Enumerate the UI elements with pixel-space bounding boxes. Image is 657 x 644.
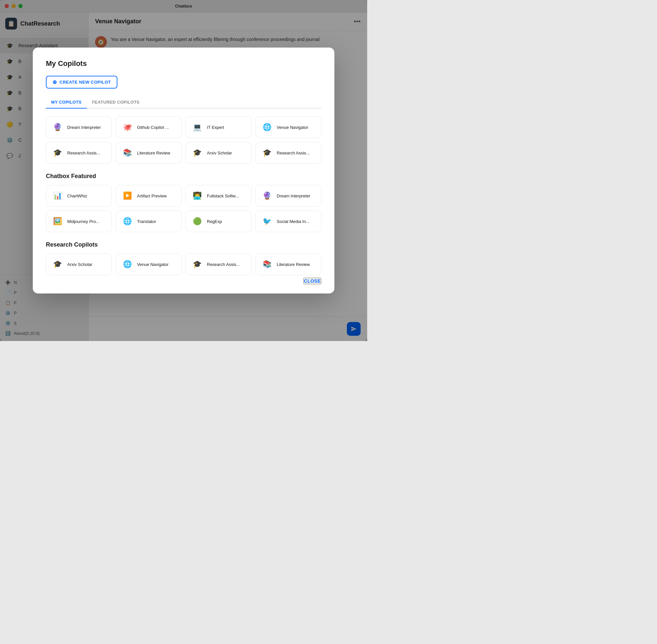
tabs: MY COPILOTS FEATURED COPILOTS (46, 96, 321, 109)
copilot-card-midjourney-pro[interactable]: 🖼️Midjourney Pro... (46, 210, 112, 232)
copilot-icon-translator: 🌐 (121, 215, 133, 227)
copilot-card-venue-navigator[interactable]: 🌐Venue Navigator (255, 116, 321, 138)
research-section-title: Research Copilots (46, 242, 321, 248)
copilot-icon-fullstack-softw: 👨‍💻 (191, 190, 203, 202)
copilot-card-literature-review-2[interactable]: 📚Literature Review (255, 253, 321, 275)
copilot-card-dream-interpreter[interactable]: 🔮Dream Interpreter (46, 116, 112, 138)
copilot-card-artifact-preview[interactable]: ▶️Artifact Preview (116, 185, 182, 207)
copilot-card-research-assis-3[interactable]: 🎓Research Assis... (186, 253, 252, 275)
copilot-icon-arxiv-scholar: 🎓 (191, 147, 203, 159)
copilot-card-regexp[interactable]: 🟢RegExp (186, 210, 252, 232)
copilot-icon-regexp: 🟢 (191, 215, 203, 227)
research-copilots-grid: 🎓Arxiv Scholar🌐Venue Navigator🎓Research … (46, 253, 321, 275)
copilot-name-github-copilot: Github Copilot ... (137, 125, 169, 130)
copilot-name-literature-review: Literature Review (137, 151, 170, 156)
copilot-icon-research-assis-3: 🎓 (191, 258, 203, 270)
copilot-name-arxiv-scholar: Arxiv Scholar (207, 151, 232, 156)
copilot-card-fullstack-softw[interactable]: 👨‍💻Fullstack Softw... (186, 185, 252, 207)
modal-overlay[interactable]: My Copilots ⊕ CREATE NEW COPILOT MY COPI… (0, 0, 367, 341)
featured-section-title: Chatbox Featured (46, 173, 321, 180)
copilot-card-github-copilot[interactable]: 🐙Github Copilot ... (116, 116, 182, 138)
copilot-name-research-assis-3: Research Assis... (207, 262, 240, 267)
copilot-icon-venue-navigator-2: 🌐 (121, 258, 133, 270)
copilot-card-translator[interactable]: 🌐Translator (116, 210, 182, 232)
copilot-name-venue-navigator: Venue Navigator (277, 125, 308, 130)
copilot-card-arxiv-scholar[interactable]: 🎓Arxiv Scholar (186, 142, 252, 164)
create-new-copilot-button[interactable]: ⊕ CREATE NEW COPILOT (46, 76, 117, 89)
create-btn-label: CREATE NEW COPILOT (60, 80, 111, 85)
copilot-icon-artifact-preview: ▶️ (121, 190, 133, 202)
copilot-icon-literature-review-2: 📚 (261, 258, 273, 270)
copilot-icon-it-expert: 💻 (191, 121, 203, 133)
copilot-card-dream-interpreter-2[interactable]: 🔮Dream Interpreter (255, 185, 321, 207)
modal-close-button[interactable]: CLOSE (303, 278, 321, 284)
copilot-icon-midjourney-pro: 🖼️ (51, 215, 63, 227)
copilot-name-venue-navigator-2: Venue Navigator (137, 262, 168, 267)
copilot-icon-dream-interpreter: 🔮 (51, 121, 63, 133)
copilot-name-fullstack-softw: Fullstack Softw... (207, 193, 239, 199)
copilot-icon-venue-navigator: 🌐 (261, 121, 273, 133)
copilot-name-translator: Translator (137, 219, 156, 224)
copilot-card-research-assis-2[interactable]: 🎓Research Assis... (255, 142, 321, 164)
tab-featured-copilots[interactable]: FEATURED COPILOTS (87, 96, 145, 109)
copilot-name-chartwhiz: ChartWhiz (67, 193, 87, 199)
copilot-name-midjourney-pro: Midjourney Pro... (67, 219, 99, 224)
copilot-name-dream-interpreter-2: Dream Interpreter (277, 193, 310, 199)
tab-my-copilots[interactable]: MY COPILOTS (46, 96, 87, 109)
copilot-name-it-expert: IT Expert (207, 125, 224, 130)
copilot-card-literature-review[interactable]: 📚Literature Review (116, 142, 182, 164)
copilot-icon-arxiv-scholar-2: 🎓 (51, 258, 63, 270)
copilot-card-venue-navigator-2[interactable]: 🌐Venue Navigator (116, 253, 182, 275)
my-copilots-grid: 🔮Dream Interpreter🐙Github Copilot ...💻IT… (46, 116, 321, 164)
copilot-name-regexp: RegExp (207, 219, 222, 224)
copilot-card-chartwhiz[interactable]: 📊ChartWhiz (46, 185, 112, 207)
copilot-icon-github-copilot: 🐙 (121, 121, 133, 133)
copilot-name-research-assis-1: Research Assis... (67, 151, 100, 156)
copilot-icon-chartwhiz: 📊 (51, 190, 63, 202)
copilot-name-social-media-in: Social Media In... (277, 219, 309, 224)
copilot-card-arxiv-scholar-2[interactable]: 🎓Arxiv Scholar (46, 253, 112, 275)
copilot-card-research-assis-1[interactable]: 🎓Research Assis... (46, 142, 112, 164)
copilots-modal: My Copilots ⊕ CREATE NEW COPILOT MY COPI… (33, 48, 334, 294)
copilot-name-artifact-preview: Artifact Preview (137, 193, 167, 199)
copilot-card-it-expert[interactable]: 💻IT Expert (186, 116, 252, 138)
plus-circle-icon: ⊕ (52, 79, 57, 85)
copilot-name-research-assis-2: Research Assis... (277, 151, 309, 156)
copilot-name-literature-review-2: Literature Review (277, 262, 310, 267)
copilot-icon-dream-interpreter-2: 🔮 (261, 190, 273, 202)
copilot-icon-research-assis-1: 🎓 (51, 147, 63, 159)
featured-copilots-grid: 📊ChartWhiz▶️Artifact Preview👨‍💻Fullstack… (46, 185, 321, 232)
copilot-icon-literature-review: 📚 (121, 147, 133, 159)
copilot-card-social-media-in[interactable]: 🐦Social Media In... (255, 210, 321, 232)
copilot-icon-research-assis-2: 🎓 (261, 147, 273, 159)
copilot-icon-social-media-in: 🐦 (261, 215, 273, 227)
copilot-name-dream-interpreter: Dream Interpreter (67, 125, 101, 130)
modal-title: My Copilots (46, 59, 321, 68)
app-window: Chatbox 📋 ChatResearch 🎓 Research Assist… (0, 0, 367, 341)
copilot-name-arxiv-scholar-2: Arxiv Scholar (67, 262, 92, 267)
